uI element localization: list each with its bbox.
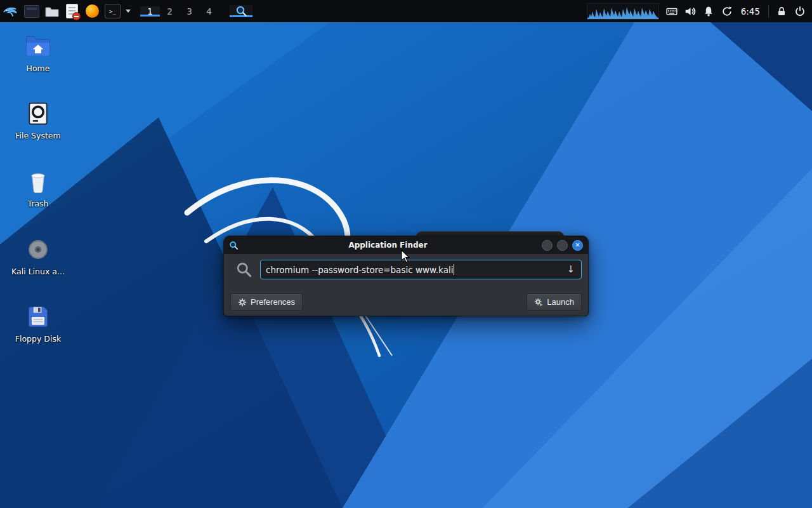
preferences-label: Preferences [251,297,295,307]
text-caret [454,264,454,275]
notifications-bell-icon[interactable] [703,6,714,17]
window-title: Application Finder [239,241,537,250]
taskbar-window-2[interactable] [43,3,60,20]
magnifier-icon [235,5,247,17]
app-finder-window-icon [229,241,239,250]
desktop-icon-label: Floppy Disk [15,335,61,344]
search-icon [235,261,252,278]
workspace-2[interactable]: 2 [160,6,180,17]
desktop-icon-label: File System [15,131,61,140]
titlebar[interactable]: Application Finder ✕ [224,236,588,254]
desktop-icon-floppy[interactable]: Floppy Disk [6,302,70,345]
maximize-button[interactable] [557,240,568,251]
floppy-icon [24,303,52,331]
desktop-icon-kali-docs[interactable]: Kali Linux a... [6,234,70,277]
workspace-4[interactable]: 4 [199,6,219,17]
run-gear-icon [534,298,543,307]
command-input[interactable]: chromium --password-store=basic www.kali… [260,260,582,279]
modified-badge-icon [72,12,81,20]
clock[interactable]: 6:45 [740,6,761,17]
close-button[interactable]: ✕ [572,240,583,251]
kali-logo-icon [3,1,20,21]
terminal-icon: >_ [105,4,121,18]
desktop-icon-trash[interactable]: Trash [6,166,70,210]
taskbar-window-1[interactable] [23,3,40,20]
taskbar-app-finder-active[interactable] [230,5,252,17]
preferences-button[interactable]: Preferences [230,293,303,311]
panel-separator [768,5,769,18]
top-panel: >_ 1 2 3 4 [0,0,812,22]
session-power-icon[interactable] [794,6,806,17]
workspace-3[interactable]: 3 [180,6,199,17]
keyboard-icon[interactable] [666,6,678,17]
home-folder-icon [24,32,52,60]
panel-right: 6:45 [587,0,812,22]
desktop-icon-label: Home [27,64,50,73]
minimize-button[interactable] [542,240,553,251]
desktop: Home File System Trash Kali Linux a... [0,22,812,508]
launch-label: Launch [547,297,574,307]
drive-icon [24,100,52,128]
close-icon: ✕ [575,242,580,248]
command-input-value: chromium --password-store=basic www.kali [266,265,453,275]
desktop-icon-home[interactable]: Home [6,31,70,74]
desktop-icon-label: Trash [27,199,48,208]
firefox-icon [86,4,99,18]
desktop-icon-file-system[interactable]: File System [6,98,70,142]
launch-button[interactable]: Launch [527,293,582,311]
dialog-body: chromium --password-store=basic www.kali… [224,254,588,317]
taskbar-terminal[interactable]: >_ [104,3,121,20]
trash-icon [24,168,52,196]
lock-screen-icon[interactable] [776,6,787,17]
workspace-1[interactable]: 1 [140,6,160,17]
button-row: Preferences Launch [230,293,582,311]
history-dropdown-arrow-icon[interactable]: ↓ [565,265,576,274]
panel-left: >_ 1 2 3 4 [0,0,252,22]
update-notifier-icon[interactable] [721,6,733,17]
search-row: chromium --password-store=basic www.kali… [230,260,582,279]
desktop-icon-label: Kali Linux a... [11,267,65,276]
document-icon [66,4,78,18]
application-finder-window: Application Finder ✕ chromium --password… [223,236,589,316]
disc-icon [24,236,52,264]
workspace-switcher: 1 2 3 4 [140,6,219,17]
taskbar-firefox[interactable] [84,3,101,20]
folder-icon [45,6,59,17]
taskbar-text-editor[interactable] [63,3,81,20]
chevron-down-icon[interactable] [126,10,131,13]
gear-icon [238,298,247,307]
volume-icon[interactable] [684,6,696,17]
kali-menu-button[interactable] [3,3,20,20]
window-thumbnail-icon [24,5,39,18]
cpu-graph[interactable] [587,3,659,20]
